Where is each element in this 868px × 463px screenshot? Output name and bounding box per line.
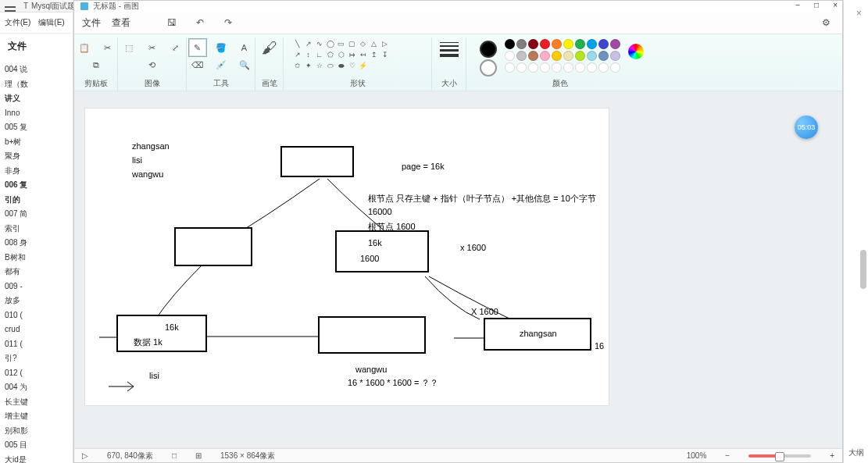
eraser-icon[interactable]: ⌫ — [189, 56, 206, 73]
pencil-icon[interactable]: ✎ — [189, 39, 206, 56]
zoom-slider[interactable] — [748, 454, 811, 458]
color-swatch[interactable] — [575, 62, 585, 73]
toc-item[interactable]: crud — [5, 323, 68, 336]
group-image-label: 图像 — [118, 78, 186, 89]
toc-item[interactable]: 长主键 — [5, 396, 68, 408]
fill-icon[interactable]: 🪣 — [213, 39, 230, 56]
toc-item[interactable]: 005 目 — [5, 439, 68, 451]
toc-item[interactable]: 放多 — [5, 294, 68, 307]
paint-min-button[interactable]: − — [795, 1, 800, 9]
color-swatch[interactable] — [598, 62, 609, 73]
color-swatch[interactable] — [563, 39, 573, 49]
paint-close-button[interactable]: × — [833, 1, 838, 9]
toc-item[interactable]: 009 - — [5, 280, 68, 293]
cut-icon[interactable]: ✂ — [99, 39, 116, 56]
color-swatch[interactable] — [610, 51, 620, 61]
toc-item[interactable]: 大id是 — [5, 454, 68, 464]
toc-item[interactable]: 005 复 — [5, 121, 68, 134]
color-swatch[interactable] — [598, 51, 609, 61]
toc-item[interactable]: b+树 — [5, 136, 68, 148]
rotate-icon[interactable]: ⟲ — [144, 56, 161, 73]
color-swatch[interactable] — [587, 62, 597, 73]
toc-item[interactable]: 非身 — [5, 165, 68, 177]
toc-item[interactable]: 别和影 — [5, 425, 68, 437]
color-swatch[interactable] — [587, 51, 597, 61]
color-swatch[interactable] — [552, 62, 562, 73]
toc-item[interactable]: 008 身 — [5, 237, 68, 249]
color-swatch[interactable] — [540, 39, 550, 49]
color-swatch[interactable] — [575, 39, 585, 49]
magnifier-icon[interactable]: 🔍 — [236, 56, 253, 73]
color-swatch[interactable] — [563, 51, 573, 61]
color-swatch[interactable] — [528, 39, 538, 49]
color1-swatch[interactable] — [480, 41, 497, 58]
outer-menu-file[interactable]: 文件(E) — [5, 17, 30, 28]
color-swatch[interactable] — [552, 51, 562, 61]
color-swatch[interactable] — [563, 62, 573, 73]
paint-max-button[interactable]: □ — [814, 1, 819, 9]
toc-item[interactable]: 都有 — [5, 265, 68, 278]
toc-item[interactable]: 004 为 — [5, 381, 68, 394]
crop-icon[interactable]: ✂ — [144, 39, 161, 56]
undo-icon[interactable]: ↶ — [191, 15, 209, 30]
color-swatch[interactable] — [540, 51, 550, 61]
toc-item[interactable]: 引的 — [5, 194, 68, 206]
toc-item[interactable]: 索引 — [5, 223, 68, 235]
color-swatch[interactable] — [505, 51, 515, 61]
resize-icon[interactable]: ⤢ — [167, 39, 184, 56]
picker-icon[interactable]: 💉 — [213, 56, 230, 73]
color-swatch[interactable] — [516, 62, 527, 73]
save-icon[interactable]: 🖫 — [163, 15, 180, 30]
toc-item[interactable]: B树和 — [5, 251, 68, 264]
toc-item[interactable]: 理（数 — [5, 78, 68, 91]
toc-item[interactable]: 004 说 — [5, 63, 68, 76]
cursor-icon: ▷ — [82, 451, 88, 460]
color-swatch[interactable] — [610, 62, 620, 73]
canvas-scroll-area[interactable]: zhangsan lisi wangwu page = 16k 根节点 只存主键… — [74, 91, 842, 448]
recording-timer-badge[interactable]: 05:03 — [795, 116, 818, 139]
color-swatch[interactable] — [598, 39, 609, 49]
toc-item[interactable]: 聚身 — [5, 150, 68, 162]
toc-item[interactable]: 007 简 — [5, 208, 68, 220]
color-swatch[interactable] — [528, 62, 538, 73]
toc-item[interactable]: 010 ( — [5, 309, 68, 322]
color-swatch[interactable] — [610, 39, 620, 49]
color-swatch[interactable] — [505, 62, 515, 73]
zoom-out-button[interactable]: − — [725, 451, 730, 460]
color-wheel-icon[interactable] — [628, 44, 644, 59]
canvas[interactable]: zhangsan lisi wangwu page = 16k 根节点 只存主键… — [85, 109, 609, 405]
outer-menu-edit[interactable]: 编辑(E) — [38, 17, 64, 28]
text-icon[interactable]: A — [236, 39, 253, 56]
select-icon[interactable]: ⬚ — [120, 39, 138, 56]
toc-item[interactable]: 增主键 — [5, 410, 68, 422]
color-swatch[interactable] — [575, 51, 585, 61]
copy-icon[interactable]: ⧉ — [88, 56, 105, 73]
size-picker[interactable] — [440, 39, 459, 57]
brush-icon[interactable]: 🖌 — [261, 39, 278, 56]
shapes-grid[interactable]: ╲↗∿◯▭▢◇△▷ ↗↕∟⬠⬡↦↤↥↧ ✩✦☆⬭⬬♡⚡ — [293, 39, 423, 70]
color-swatch[interactable] — [587, 39, 597, 49]
color-swatch[interactable] — [516, 39, 527, 49]
settings-icon[interactable]: ⚙ — [817, 15, 834, 30]
color-palette[interactable] — [505, 39, 620, 73]
toc-item[interactable]: Inno — [5, 107, 68, 119]
color-swatch[interactable] — [528, 51, 538, 61]
color2-swatch[interactable] — [480, 59, 497, 77]
redo-icon[interactable]: ↷ — [220, 15, 237, 30]
menu-view[interactable]: 查看 — [112, 16, 130, 30]
menu-file[interactable]: 文件 — [82, 16, 101, 30]
zoom-in-button[interactable]: + — [830, 451, 834, 460]
paste-icon[interactable]: 📋 — [76, 39, 93, 56]
toc-item[interactable]: 012 ( — [5, 367, 68, 379]
scrollbar-thumb[interactable] — [860, 250, 866, 289]
toc-item[interactable]: 讲义 — [5, 92, 68, 105]
toc-item[interactable]: 引? — [5, 352, 68, 365]
color-swatch[interactable] — [552, 39, 562, 49]
toc-item[interactable]: 011 ( — [5, 338, 68, 351]
right-close-icon[interactable]: × — [856, 8, 862, 19]
toc-item[interactable]: 006 复 — [5, 179, 68, 191]
color-swatch[interactable] — [540, 62, 550, 73]
color-swatch[interactable] — [505, 39, 515, 49]
paint-window: 无标题 - 画图 − □ × 文件 查看 🖫 ↶ ↷ ⚙ 📋 ✂ ⧉ 剪贴板 — [73, 0, 843, 463]
color-swatch[interactable] — [516, 51, 527, 61]
